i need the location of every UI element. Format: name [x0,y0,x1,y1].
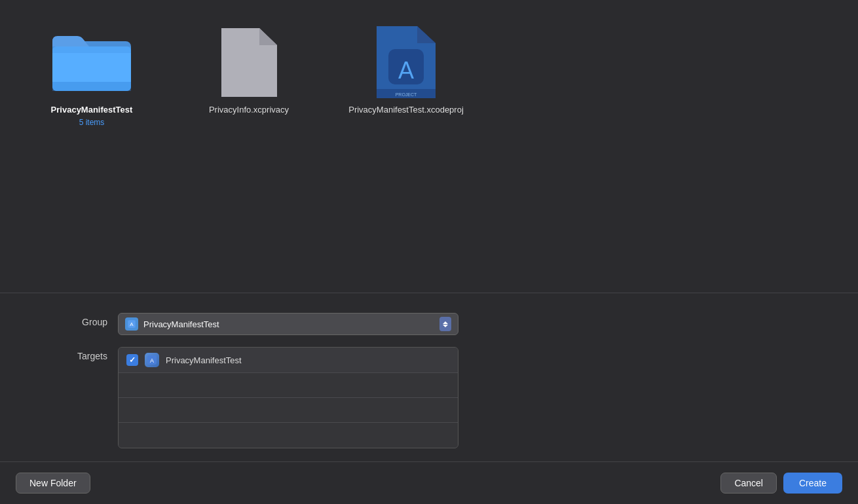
target-row-1[interactable]: ✓ A PrivacyManifestTest [119,348,458,373]
xcodeproj-icon: A PROJECT [367,26,445,98]
new-folder-button[interactable]: New Folder [16,473,90,494]
targets-list: ✓ A PrivacyManifestTest [118,347,458,448]
xcodeproj-name: PrivacyManifestTest.xcodeproj [348,105,464,116]
button-bar: New Folder Cancel Create [0,461,858,504]
create-button[interactable]: Create [783,473,842,494]
svg-rect-2 [52,46,131,53]
group-icon: A [125,317,138,331]
group-control: A PrivacyManifestTest [118,313,458,335]
file-browser: PrivacyManifestTest 5 items PrivacyInfo.… [0,0,858,293]
target-row-2[interactable] [119,373,458,398]
group-value: PrivacyManifestTest [143,319,434,329]
target-checkbox-1[interactable]: ✓ [126,354,138,366]
dropdown-arrow [439,317,451,331]
dialog: PrivacyManifestTest 5 items PrivacyInfo.… [0,0,858,504]
folder-icon [52,26,131,98]
group-row: Group A PrivacyManifestTest [39,313,819,335]
generic-file-icon [210,26,288,98]
arrow-up-icon [443,321,448,324]
folder-name: PrivacyManifestTest [51,105,133,116]
svg-text:A: A [398,57,414,84]
group-label: Group [39,313,118,327]
cancel-button[interactable]: Cancel [720,473,777,494]
svg-text:A: A [150,357,154,364]
target-row-4[interactable] [119,423,458,448]
svg-text:A: A [130,321,134,327]
arrow-down-icon [443,325,448,327]
folder-sublabel: 5 items [79,118,105,127]
form-area: Group A PrivacyManifestTest [0,293,858,461]
target-name-1: PrivacyManifestTest [166,355,242,365]
file-item-xcprivacy[interactable]: PrivacyInfo.xcprivacy [196,26,301,118]
group-dropdown[interactable]: A PrivacyManifestTest [118,313,458,335]
targets-label: Targets [39,347,118,361]
xcprivacy-name: PrivacyInfo.xcprivacy [209,105,289,116]
svg-rect-3 [52,82,131,91]
file-item-xcodeproj[interactable]: A PROJECT PrivacyManifestTest.xcodeproj [354,26,458,118]
right-buttons: Cancel Create [720,473,842,494]
target-row-3[interactable] [119,398,458,423]
targets-control: ✓ A PrivacyManifestTest [118,347,458,448]
checkmark-icon: ✓ [129,356,136,364]
target-app-icon-1: A [145,353,159,367]
svg-text:PROJECT: PROJECT [396,92,417,97]
targets-row: Targets ✓ A PrivacyM [39,347,819,448]
file-item-folder[interactable]: PrivacyManifestTest 5 items [39,26,144,127]
